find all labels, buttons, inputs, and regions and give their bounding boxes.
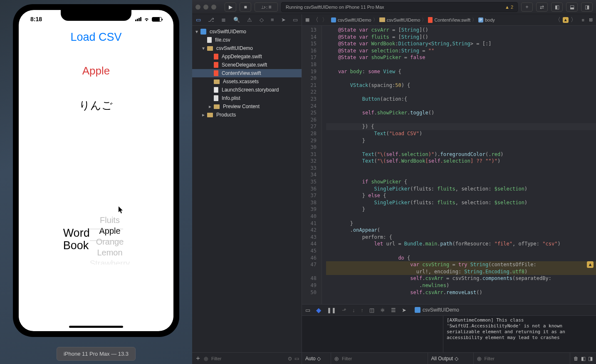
add-button[interactable]: ＋ [195, 354, 201, 363]
vars-filter-scope-icon[interactable]: ◎ [334, 356, 339, 362]
run-button[interactable]: ▶ [225, 2, 236, 12]
warning-count-badge[interactable]: ▲ 2 [505, 5, 513, 10]
tree-row[interactable]: ▸Preview Content [192, 102, 302, 111]
home-indicator[interactable] [69, 326, 123, 328]
tree-row[interactable]: ▾csvSwiftUIDemo [192, 44, 302, 52]
translation-label: りんご [79, 98, 113, 113]
ios-simulator: 8:18 Load CSV Apple りんご Word Book Fluits… [0, 0, 192, 364]
console-output[interactable]: [AXRuntimeCommon] This class 'SwiftUI.Ac… [443, 316, 596, 352]
stop-button[interactable]: ■ [240, 2, 251, 12]
project-tree[interactable]: ▾csvSwiftUIDemofile.csv▾csvSwiftUIDemoAp… [192, 26, 302, 352]
scm-filter-icon[interactable]: ▭ [294, 356, 299, 362]
panel-left-button[interactable]: ◧ [551, 2, 563, 12]
debug-target-label[interactable]: csvSwiftUIDemo [423, 307, 459, 313]
line-number-gutter[interactable]: 1314151617181920212223242526272829303132… [302, 26, 322, 304]
tree-item-label: SceneDelegate.swift [222, 62, 267, 68]
forward-button[interactable]: 〉 [322, 16, 328, 24]
location-icon[interactable]: ➤ [402, 307, 406, 313]
project-icon [331, 17, 336, 22]
crumb-file[interactable]: ContentView.swift [434, 17, 470, 22]
breakpoint-nav-icon[interactable]: ➤ [281, 17, 286, 23]
code-review-button[interactable]: ⇄ [536, 2, 548, 12]
crumb-symbol[interactable]: body [485, 17, 495, 22]
source-control-nav-icon[interactable]: ⎇ [208, 17, 214, 23]
panel-right-button[interactable]: ◨ [581, 2, 593, 12]
hide-debug-icon[interactable]: ▭ [305, 307, 310, 313]
tree-item-label: AppDelegate.swift [222, 54, 262, 59]
crumb-folder[interactable]: csvSwiftUIDemo [387, 17, 420, 22]
project-nav-icon[interactable]: ▭ [196, 17, 201, 23]
issue-nav-icon[interactable]: ⚠ [247, 17, 252, 23]
back-button[interactable]: 〈 [313, 16, 319, 24]
debug-nav-icon[interactable]: ≡ [271, 17, 274, 23]
disclosure-icon[interactable]: ▸ [208, 104, 212, 109]
folder-icon [207, 46, 213, 51]
load-csv-button[interactable]: Load CSV [70, 31, 121, 44]
step-out-button[interactable]: ↑ [361, 307, 364, 313]
folder-icon [379, 17, 385, 22]
tree-row[interactable]: Info.plist [192, 94, 302, 102]
navigator-filter-input[interactable] [210, 356, 285, 362]
scheme-selector[interactable]: ⟂›∶≡ [255, 2, 278, 12]
navigator-footer: ＋ ◎ ⊙ ▭ [192, 352, 302, 364]
filter-scope-icon[interactable]: ◎ [204, 356, 208, 362]
disclosure-icon[interactable]: ▾ [195, 29, 199, 35]
picker-option[interactable]: Apple [99, 225, 120, 236]
tree-row[interactable]: ContentView.swift [192, 69, 302, 77]
find-nav-icon[interactable]: 🔍 [233, 17, 240, 23]
picker-option[interactable]: Lemon [97, 247, 122, 258]
breakpoint-toggle-icon[interactable]: ◆ [316, 306, 321, 314]
memory-graph-icon[interactable]: ⚛ [380, 307, 385, 313]
picker-option[interactable]: Strawberry [90, 258, 130, 265]
tree-row[interactable]: AppDelegate.swift [192, 52, 302, 61]
variables-scope-popup[interactable]: Auto ◇ [305, 356, 321, 362]
console-scope-popup[interactable]: All Output ◇ [431, 356, 458, 362]
disclosure-icon[interactable]: ▸ [201, 112, 205, 118]
environment-override-icon[interactable]: ☰ [391, 307, 396, 313]
console-filter-scope-icon[interactable]: ◎ [477, 356, 481, 362]
variables-view[interactable] [302, 316, 443, 352]
picker-option[interactable]: Orange [96, 236, 124, 247]
panel-bottom-button[interactable]: ⬓ [566, 2, 578, 12]
next-issue-button[interactable]: 〉 [571, 16, 576, 24]
view-debug-icon[interactable]: ◫ [369, 307, 374, 313]
debug-bar: ▭ ◆ ❚❚ ⬏ ↓ ↑ ◫ ⚛ ☰ ➤ csvSwiftUIDemo [302, 304, 596, 316]
activity-status[interactable]: Running csvSwiftUIDemo on iPhone 11 Pro … [281, 2, 518, 12]
crumb-project[interactable]: csvSwiftUIDemo [338, 17, 371, 22]
prev-issue-button[interactable]: 〈 [555, 16, 561, 24]
tree-row[interactable]: SceneDelegate.swift [192, 61, 302, 69]
editor-options-icon[interactable]: ≡ [582, 17, 584, 22]
variables-filter-input[interactable] [341, 356, 424, 362]
test-nav-icon[interactable]: ◇ [260, 17, 264, 23]
window-traffic-lights[interactable] [195, 5, 216, 10]
navigator-tabs[interactable]: ▭ ⎇ ≣ 🔍 ⚠ ◇ ≡ ➤ ▭ [192, 14, 302, 26]
jump-bar[interactable]: ▦ 〈 〉 csvSwiftUIDemo 〉 csvSwiftUIDemo 〉 … [302, 14, 596, 26]
recent-files-icon[interactable]: ⊙ [288, 356, 292, 362]
clear-console-icon[interactable]: 🗑 [574, 356, 579, 362]
add-editor-icon[interactable]: ⊞ [589, 17, 593, 22]
picker-wheel[interactable]: FluitsAppleOrangeLemonStrawberry [90, 215, 130, 265]
tree-row[interactable]: LaunchScreen.storyboard [192, 86, 302, 94]
symbol-nav-icon[interactable]: ≣ [221, 17, 226, 23]
pause-button[interactable]: ❚❚ [327, 307, 336, 313]
tree-row[interactable]: ▾csvSwiftUIDemo [192, 27, 302, 36]
inline-warning-icon[interactable]: ▲ [587, 261, 594, 268]
library-button[interactable]: ＋ [521, 2, 533, 12]
related-items-icon[interactable]: ▦ [305, 17, 309, 22]
disclosure-icon[interactable]: ▾ [201, 45, 205, 51]
step-over-button[interactable]: ⬏ [342, 307, 346, 313]
phone-frame: 8:18 Load CSV Apple りんご Word Book Fluits… [13, 4, 179, 337]
vars-panel-toggle-icon[interactable]: ◧ [581, 356, 586, 362]
step-into-button[interactable]: ↓ [352, 307, 355, 313]
storyboard-icon [214, 87, 218, 93]
code-editor[interactable]: 1314151617181920212223242526272829303132… [302, 26, 596, 304]
tree-row[interactable]: file.csv [192, 36, 302, 44]
warning-icon[interactable]: ▲ [563, 17, 569, 23]
report-nav-icon[interactable]: ▭ [293, 17, 298, 23]
picker-option[interactable]: Fluits [100, 215, 120, 225]
console-panel-toggle-icon[interactable]: ◨ [588, 356, 593, 362]
console-filter-input[interactable] [484, 356, 567, 362]
tree-row[interactable]: Assets.xcassets [192, 77, 302, 86]
tree-row[interactable]: ▸Products [192, 111, 302, 119]
simulator-device-badge: iPhone 11 Pro Max — 13.3 [57, 347, 136, 361]
